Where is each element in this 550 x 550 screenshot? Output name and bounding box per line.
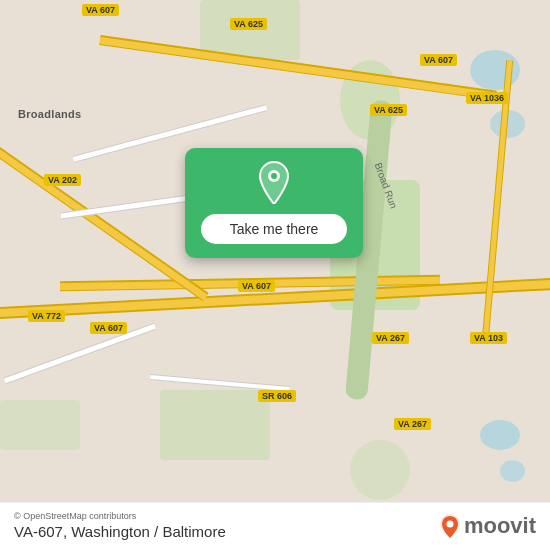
label-va607-top: VA 607 [82, 4, 119, 16]
water-3 [480, 420, 520, 450]
label-va607-low: VA 607 [90, 322, 127, 334]
park-area-5 [160, 390, 270, 460]
label-va625-top: VA 625 [230, 18, 267, 30]
moovit-logo: moovit [436, 512, 536, 540]
label-va267b: VA 267 [394, 418, 431, 430]
label-sr606: SR 606 [258, 390, 296, 402]
svg-point-3 [446, 520, 453, 527]
park-area-4 [0, 400, 80, 450]
park-area-6 [350, 440, 410, 500]
location-pin-icon [255, 160, 293, 204]
bottom-bar: © OpenStreetMap contributors VA-607, Was… [0, 502, 550, 550]
water-1 [470, 50, 520, 90]
bottom-info: © OpenStreetMap contributors VA-607, Was… [14, 511, 226, 540]
label-va202: VA 202 [44, 174, 81, 186]
svg-point-1 [271, 173, 277, 179]
map-background [0, 0, 550, 550]
label-va772: VA 772 [28, 310, 65, 322]
label-va625-mid: VA 625 [370, 104, 407, 116]
label-va607-mid: VA 607 [238, 280, 275, 292]
label-va1036-top: VA 1036 [466, 92, 508, 104]
map-container: VA 625 VA 607 VA 607 VA 625 VA 1036 VA 2… [0, 0, 550, 550]
location-title: VA-607, Washington / Baltimore [14, 523, 226, 540]
water-4 [500, 460, 525, 482]
moovit-text: moovit [464, 513, 536, 539]
moovit-icon [436, 512, 464, 540]
label-va267: VA 267 [372, 332, 409, 344]
label-va103x: VA 103 [470, 332, 507, 344]
location-popup: Take me there [185, 148, 363, 258]
pin-container [255, 160, 293, 204]
broadlands-label: Broadlands [18, 108, 82, 120]
take-me-there-button[interactable]: Take me there [201, 214, 347, 244]
label-va607b: VA 607 [420, 54, 457, 66]
attribution-text: © OpenStreetMap contributors [14, 511, 226, 521]
